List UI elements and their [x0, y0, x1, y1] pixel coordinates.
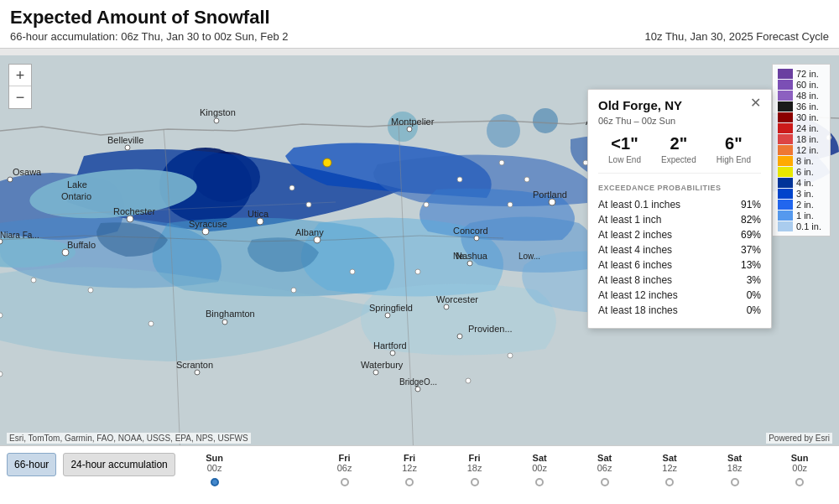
legend-item-1: 1 in.	[778, 210, 825, 221]
svg-text:Belleville: Belleville	[107, 135, 143, 145]
legend: 72 in. 60 in. 48 in. 36 in. 30 in. 24 in…	[772, 64, 831, 236]
tick-day-label: Sat	[597, 453, 612, 463]
legend-item-72: 72 in.	[778, 69, 825, 79]
legend-item-6: 6 in.	[778, 167, 825, 177]
page-header: Expected Amount of Snowfall 66-hour accu…	[0, 0, 839, 49]
accumulation-subtitle: 66-hour accumulation: 06z Thu, Jan 30 to…	[10, 30, 288, 43]
legend-item-12: 12 in.	[778, 145, 825, 155]
exceedance-label: At least 0.1 inches	[598, 199, 680, 210]
exceedance-label: At least 12 inches	[598, 289, 678, 301]
svg-text:Montpelier: Montpelier	[391, 117, 435, 127]
zoom-in-button[interactable]: +	[9, 65, 31, 86]
svg-point-43	[524, 177, 529, 182]
legend-item-24: 24 in.	[778, 123, 825, 133]
exceedance-label: At least 6 inches	[598, 259, 672, 271]
svg-text:Syracuse: Syracuse	[189, 219, 227, 229]
svg-point-58	[508, 353, 513, 358]
popup-high-end-label: High End	[717, 155, 751, 164]
svg-point-57	[466, 378, 471, 383]
svg-point-40	[424, 202, 429, 207]
svg-text:Springfield: Springfield	[369, 303, 413, 313]
svg-point-16	[314, 236, 320, 243]
tick-day-label: Sat	[533, 453, 547, 463]
svg-text:Albany: Albany	[295, 227, 324, 237]
timeline-tick[interactable]: Sun 00z	[767, 453, 832, 486]
legend-swatch-8	[778, 156, 793, 166]
svg-point-55	[289, 185, 294, 190]
legend-item-60: 60 in.	[778, 80, 825, 90]
svg-point-33	[31, 278, 36, 283]
svg-text:Worcester: Worcester	[436, 294, 478, 304]
zoom-out-button[interactable]: −	[9, 86, 31, 108]
svg-text:Kingston: Kingston	[200, 107, 236, 117]
legend-item-4: 4 in.	[778, 178, 825, 188]
legend-swatch-24	[778, 123, 793, 133]
timeline-66h-button[interactable]: 66-hour	[7, 453, 56, 476]
tick-dot	[601, 478, 609, 486]
exceedance-row: At least 2 inches69%	[598, 227, 761, 242]
timeline-tick[interactable]: Sat 06z	[572, 453, 638, 486]
svg-point-5	[533, 108, 558, 133]
tick-time-label: 18z	[467, 463, 482, 473]
svg-text:Utica: Utica	[248, 209, 269, 219]
svg-point-15	[195, 370, 200, 375]
timeline-tick[interactable]: Sat 12z	[637, 453, 702, 486]
timeline-tick[interactable]: Fri 06z	[312, 453, 378, 486]
exceedance-pct: 82%	[741, 214, 761, 226]
timeline-tick[interactable]: Fri 18z	[442, 453, 508, 486]
popup-exceedance-title: EXCEEDANCE PROBABILITIES	[598, 184, 761, 192]
timeline-tick[interactable]: Fri 12z	[377, 453, 442, 486]
svg-point-38	[291, 288, 296, 293]
legend-swatch-2	[778, 200, 793, 210]
tick-time-label: 06z	[337, 463, 352, 473]
popup-expected: 2" Expected	[661, 134, 696, 164]
page-title: Expected Amount of Snowfall	[10, 7, 829, 29]
timeline-tick[interactable]: Sat 00z	[507, 453, 572, 486]
timeline-24h-button[interactable]: 24-hour accumulation	[63, 453, 175, 476]
popup-close-button[interactable]: ✕	[750, 96, 761, 110]
location-popup: Old Forge, NY ✕ 06z Thu – 00z Sun <1" Lo…	[587, 89, 772, 329]
timeline-tick[interactable]: Sun 00z	[182, 453, 248, 486]
timeline-tick[interactable]	[247, 453, 312, 486]
legend-swatch-30	[778, 112, 793, 122]
forecast-cycle: 10z Thu, Jan 30, 2025 Forecast Cycle	[645, 30, 829, 43]
svg-point-19	[373, 370, 378, 375]
popup-high-end-value: 6"	[725, 134, 743, 153]
svg-point-27	[214, 118, 219, 123]
legend-item-8: 8 in.	[778, 156, 825, 166]
svg-point-56	[415, 269, 420, 274]
svg-point-21	[444, 304, 449, 309]
popup-period: 06z Thu – 00z Sun	[598, 116, 761, 126]
svg-text:BridgeO...: BridgeO...	[399, 377, 437, 387]
svg-text:Ontario: Ontario	[61, 191, 91, 201]
timeline-tick[interactable]: Sat 18z	[702, 453, 768, 486]
svg-point-35	[88, 288, 93, 293]
svg-text:Niara Fa...: Niara Fa...	[0, 231, 39, 240]
exceedance-pct: 0%	[747, 289, 761, 301]
exceedance-label: At least 18 inches	[598, 304, 678, 316]
svg-point-42	[499, 160, 504, 165]
svg-text:Concord: Concord	[453, 226, 488, 236]
tick-day-label: Sun	[791, 453, 809, 463]
map-container[interactable]: Buffalo Rochester Syracuse Utica Bingham…	[0, 55, 839, 504]
svg-point-25	[549, 199, 555, 205]
svg-point-22	[474, 236, 479, 241]
legend-label-8: 8 in.	[796, 156, 814, 166]
svg-point-37	[0, 372, 3, 377]
svg-text:Ne...: Ne...	[453, 252, 471, 261]
legend-label-3: 3 in.	[796, 189, 814, 199]
svg-text:Buffalo: Buffalo	[67, 240, 96, 250]
map-controls: + −	[8, 64, 32, 109]
tick-time-label: 12z	[402, 463, 417, 473]
svg-point-10	[62, 249, 69, 256]
svg-point-54	[306, 202, 311, 207]
legend-label-18: 18 in.	[796, 134, 819, 144]
tick-day-label: Fri	[404, 453, 415, 463]
exceedance-label: At least 1 inch	[598, 214, 661, 226]
tick-time-label: 06z	[597, 463, 612, 473]
attribution-right: Powered by Esri	[766, 433, 832, 444]
exceedance-row: At least 0.1 inches91%	[598, 197, 761, 212]
exceedance-label: At least 8 inches	[598, 274, 672, 286]
tick-day-label: Fri	[339, 453, 351, 463]
legend-label-2: 2 in.	[796, 200, 814, 210]
